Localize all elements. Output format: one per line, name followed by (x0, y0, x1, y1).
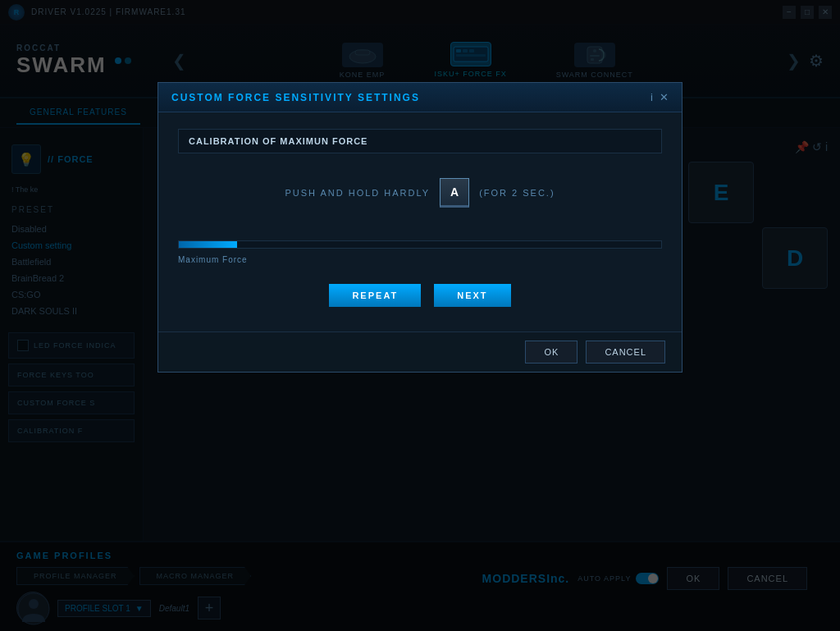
modal-ok-button[interactable]: OK (525, 341, 578, 364)
modal-cancel-button[interactable]: CANCEL (586, 341, 665, 364)
modal-header: CUSTOM FORCE SENSITIVITY SETTINGS i ✕ (158, 83, 682, 112)
progress-track (178, 240, 662, 249)
modal-section-title: CALIBRATION OF MAXIMUN FORCE (178, 129, 662, 153)
next-button[interactable]: NEXT (434, 284, 510, 307)
modal-body: CALIBRATION OF MAXIMUN FORCE PUSH AND HO… (158, 112, 682, 332)
modal-close-icon[interactable]: ✕ (660, 91, 669, 103)
modal-info-icon[interactable]: i (651, 91, 653, 103)
modal-title: CUSTOM FORCE SENSITIVITY SETTINGS (171, 92, 420, 103)
push-label: PUSH AND HOLD HARDLY (285, 188, 430, 198)
push-hold-row: PUSH AND HOLD HARDLY A (FOR 2 SEC.) (178, 178, 662, 208)
for-label: (FOR 2 SEC.) (479, 188, 555, 198)
modal-overlay: CUSTOM FORCE SENSITIVITY SETTINGS i ✕ CA… (0, 0, 840, 631)
progress-section: Maximum Force (178, 240, 662, 264)
progress-label: Maximum Force (178, 255, 662, 264)
modal-header-icons: i ✕ (651, 91, 669, 103)
modal-dialog: CUSTOM FORCE SENSITIVITY SETTINGS i ✕ CA… (158, 82, 682, 373)
modal-footer: OK CANCEL (158, 332, 682, 372)
repeat-button[interactable]: REPEAT (329, 284, 421, 307)
modal-action-row: REPEAT NEXT (178, 284, 662, 307)
progress-fill (179, 241, 237, 248)
key-a-box: A (440, 178, 469, 208)
